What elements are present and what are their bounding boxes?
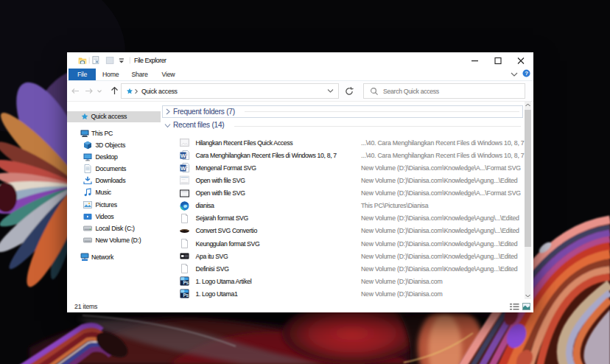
svg-text:?: ? bbox=[525, 70, 528, 77]
svg-text:Ps: Ps bbox=[183, 293, 189, 298]
svg-text:W: W bbox=[180, 153, 186, 159]
svg-text:W: W bbox=[180, 165, 186, 172]
svg-text:Ps: Ps bbox=[183, 280, 189, 285]
